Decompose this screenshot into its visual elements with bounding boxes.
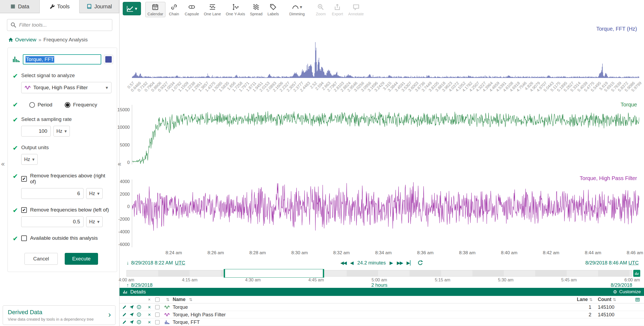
trend-view-button[interactable]: ▾ (123, 2, 141, 15)
toolbar-export-button[interactable]: Export (329, 2, 345, 17)
toolbar-capsule-button[interactable]: Capsule (183, 2, 201, 17)
row-checkbox[interactable] (155, 313, 160, 317)
torque-chart[interactable] (132, 105, 639, 164)
timeline-bar[interactable] (126, 270, 632, 277)
wrench-icon (49, 4, 55, 9)
period-radio-option[interactable]: Period (29, 102, 52, 108)
available-outside-checkbox[interactable] (21, 235, 27, 241)
toolbar-dimming-button[interactable]: ▾ Dimming (287, 2, 307, 17)
edit-pencil-icon[interactable] (122, 305, 127, 309)
customize-button[interactable]: ⚙ Customize (613, 289, 641, 295)
remove-icon[interactable]: × (148, 319, 151, 325)
color-swatch-button[interactable] (104, 55, 113, 64)
step-forward-half-button[interactable]: ▶ (389, 260, 393, 266)
item-name[interactable]: Torque, FFT (173, 319, 200, 325)
table-row[interactable]: × Torque, High Pass Filter 2 145100 (120, 311, 644, 318)
frequency-radio[interactable] (65, 102, 70, 108)
signal-select[interactable]: Torque, High Pass Filter ▾ (21, 82, 111, 93)
fft-plot[interactable] (132, 31, 639, 78)
row-checkbox[interactable] (155, 305, 160, 309)
send-plane-icon[interactable] (129, 312, 134, 317)
filter-tools-input[interactable] (7, 19, 112, 31)
export-icon (334, 3, 341, 11)
timeline-span[interactable]: 2 hours (126, 282, 632, 288)
sort-type-icon[interactable]: ⇅ (166, 297, 169, 302)
signal-select-value: Torque, High Pass Filter (33, 85, 103, 91)
remove-icon[interactable]: × (148, 312, 151, 317)
remove-all-button[interactable]: × (145, 297, 153, 302)
table-row[interactable]: × Torque 1 145100 (120, 303, 644, 311)
signal-label: Select signal to analyze (21, 73, 111, 78)
step-back-full-button[interactable]: ◀◀ (340, 260, 346, 266)
remove-above-input[interactable] (21, 188, 84, 199)
sidebar-tabs: Data Tools Journal (0, 0, 119, 13)
add-column-icon[interactable] (631, 297, 644, 302)
auto-update-icon[interactable] (417, 260, 423, 266)
remove-icon[interactable]: × (148, 304, 151, 310)
sampling-unit-select[interactable]: Hz ▾ (53, 126, 70, 137)
range-duration[interactable]: 24.2 minutes (357, 260, 386, 266)
info-icon[interactable] (137, 312, 141, 317)
item-name[interactable]: Torque (173, 304, 188, 310)
period-radio[interactable] (29, 102, 35, 108)
hpf-plot[interactable] (132, 180, 639, 247)
collapse-sidebar-handle[interactable]: « (117, 160, 122, 168)
timeline-selection[interactable] (224, 269, 324, 278)
frequency-radio-option[interactable]: Frequency (65, 102, 97, 108)
remove-below-input[interactable] (21, 216, 84, 227)
send-plane-icon[interactable] (129, 305, 134, 309)
select-all-checkbox[interactable] (155, 298, 160, 302)
step-back-half-button[interactable]: ◀ (350, 260, 353, 266)
count-column-header[interactable]: Count (598, 297, 612, 302)
sampling-rate-input[interactable] (21, 126, 51, 137)
toolbar-one-lane-button[interactable]: One Lane (202, 2, 223, 17)
toolbar-spread-button[interactable]: Spread (248, 2, 265, 17)
toolbar-calendar-button[interactable]: Calendar (145, 2, 165, 17)
sort-name-icon[interactable]: ⇅ (189, 297, 193, 302)
tab-data[interactable]: Data (0, 0, 40, 13)
info-icon[interactable] (137, 320, 141, 324)
tab-journal[interactable]: Journal (79, 0, 119, 13)
name-column-header[interactable]: Name (173, 297, 186, 302)
torque-plot[interactable] (132, 105, 639, 164)
timeline-date-end[interactable]: 8/29/2018 (611, 282, 632, 288)
send-plane-icon[interactable] (129, 320, 134, 324)
toolbar-zoom-button[interactable]: Zoom (313, 2, 329, 17)
item-name[interactable]: Torque, High Pass Filter (173, 312, 226, 318)
row-checkbox[interactable] (155, 320, 160, 324)
info-icon[interactable] (137, 305, 141, 309)
table-row[interactable]: × Torque, FFT (120, 318, 644, 326)
toolbar-labels-button[interactable]: Labels (265, 2, 281, 17)
range-end-value: 8/29/2018 8:46 AM (585, 260, 627, 266)
chevron-down-icon: ▾ (300, 4, 302, 10)
toolbar-one-y-axis-button[interactable]: One Y-Axis (224, 2, 247, 17)
collapse-browser-panel-handle[interactable]: « (1, 160, 5, 168)
fft-chart[interactable] (132, 31, 639, 78)
tab-tools[interactable]: Tools (40, 0, 79, 13)
timeline-chart-button[interactable] (633, 270, 640, 277)
available-outside-label: Available outside this analysis (30, 235, 98, 241)
remove-below-checkbox[interactable]: ✔ (21, 207, 27, 213)
edit-pencil-icon[interactable] (122, 312, 127, 317)
step-forward-full-button[interactable]: ▶▶ (397, 260, 403, 266)
remove-above-checkbox[interactable]: ✔ (21, 176, 27, 182)
sort-count-icon[interactable]: ⇅ (613, 297, 616, 302)
edit-pencil-icon[interactable] (122, 320, 127, 324)
derived-data-panel[interactable]: Derived Data View data created by tools … (3, 305, 115, 325)
toolbar-chain-button[interactable]: Chain (166, 2, 182, 17)
sort-lane-icon[interactable]: ⇅ (589, 297, 593, 302)
toolbar-annotate-button[interactable]: Annotate (346, 2, 366, 17)
hpf-chart[interactable] (132, 180, 639, 247)
range-end[interactable]: 8/29/2018 8:46 AM UTC (585, 260, 639, 266)
mini-chart-icon (635, 271, 639, 275)
chevron-down-icon: ▾ (97, 219, 100, 225)
output-units-select[interactable]: Hz ▾ (21, 154, 38, 165)
breadcrumb-home-link[interactable]: Overview (8, 37, 36, 43)
remove-above-unit-select[interactable]: Hz ▾ (86, 188, 103, 199)
execute-button[interactable]: Execute (65, 253, 98, 265)
cancel-button[interactable]: Cancel (24, 253, 58, 265)
result-name-input[interactable]: Torque, FFT (23, 54, 101, 65)
remove-below-unit-select[interactable]: Hz ▾ (86, 216, 103, 227)
step-to-end-button[interactable]: ▶▏ (407, 260, 414, 266)
lane-column-header[interactable]: Lane (577, 297, 588, 302)
